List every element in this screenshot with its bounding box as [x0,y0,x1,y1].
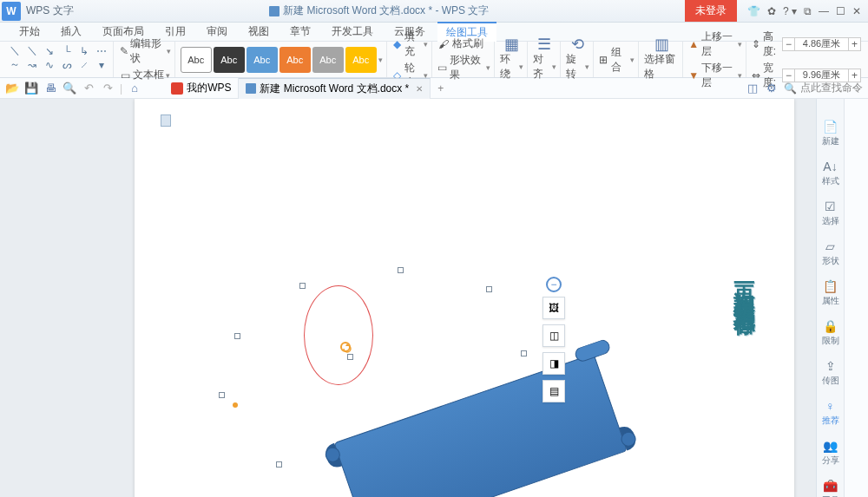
send-back-icon: ▼ [688,69,699,82]
sp-upload[interactable]: ⇪传图 [822,359,839,387]
sp-select[interactable]: ☑选择 [822,199,839,227]
line-tool[interactable]: ＼ [7,47,23,56]
text-box-button[interactable]: ▭文本框▾ [119,68,171,82]
float-shadow-button[interactable]: ◨ [542,352,565,375]
selection-box[interactable] [226,281,538,481]
sp-recommend[interactable]: ♀推荐 [822,399,839,427]
menu-devtools[interactable]: 开发工具 [323,23,382,41]
tab-document[interactable]: 新建 Microsoft Word 文档.docx * ✕ [239,78,431,99]
sp-property[interactable]: 📋属性 [822,279,839,307]
style-4[interactable]: Abc [279,47,311,73]
scribble-tool[interactable]: ᔕ [59,61,75,69]
menu-review[interactable]: 审阅 [198,23,236,41]
sp-share[interactable]: 👥分享 [822,439,839,467]
fill-button[interactable]: ◆填充▾ [392,29,428,59]
height-plus[interactable]: + [848,38,860,50]
style-2[interactable]: Abc [214,47,245,73]
selection-handle[interactable] [234,333,240,339]
command-search[interactable]: 🔍点此查找命令 [784,81,863,95]
group-button[interactable]: ⊞组合▾ [599,45,635,75]
open-icon[interactable]: 📂 [5,82,19,95]
elbow-tool[interactable]: └ [59,47,75,56]
tab-close-icon[interactable]: ✕ [416,84,423,94]
align-button[interactable]: 对齐▾ [533,52,556,82]
sp-tools[interactable]: 🧰工具 [822,479,839,497]
sp-style[interactable]: A↓样式 [822,160,839,187]
preview-icon[interactable]: 🔍 [62,82,76,95]
menu-view[interactable]: 视图 [240,23,278,41]
shape-panel-icon: ▱ [824,239,838,253]
width-plus[interactable]: + [848,69,860,82]
width-minus[interactable]: − [783,69,795,82]
selection-handle[interactable] [276,461,282,468]
width-icon: ⇔ [752,69,760,82]
curve-tool[interactable]: ～ [7,61,23,69]
height-value[interactable]: 4.86厘米 [798,37,845,50]
selection-handle[interactable] [398,267,404,273]
styles-more[interactable]: ▾ [378,56,383,64]
send-backward-button[interactable]: ▼下移一层▾ [688,61,741,90]
elbow-arrow-tool[interactable]: ↳ [76,47,92,56]
height-minus[interactable]: − [783,38,795,50]
login-button[interactable]: 未登录 [685,0,737,22]
qat-tool2[interactable]: ⚙ [765,82,779,95]
edit-shape-button[interactable]: ✎编辑形状▾ [119,36,171,66]
selection-handle[interactable] [219,392,225,398]
menu-section[interactable]: 章节 [281,23,319,41]
document-title: 新建 Microsoft Word 文档.docx * - WPS 文字 [74,3,685,18]
align-icon: ☰ [538,38,550,50]
float-fill-button[interactable]: 🖼 [542,297,565,319]
height-input[interactable]: − 4.86厘米 + [782,37,861,51]
tab-mywps[interactable]: 我的WPS [164,78,239,99]
float-outline-button[interactable]: ◫ [542,324,565,347]
curve-arrow-tool[interactable]: ↝ [24,61,40,69]
collapse-float-button[interactable]: − [546,277,562,292]
wrap-button[interactable]: 环绕▾ [500,52,523,82]
config-icon[interactable]: ✿ [767,5,776,17]
selection-handle[interactable] [486,286,492,292]
share-icon: 👥 [824,439,838,453]
sp-limit[interactable]: 🔒限制 [822,319,839,347]
maximize-icon[interactable]: ☐ [836,5,845,17]
connector-tool[interactable]: ⟋ [76,61,92,69]
skin-icon[interactable]: 👕 [747,5,760,17]
help-icon[interactable]: ? ▾ [783,5,797,17]
minimize-icon[interactable]: — [819,5,829,17]
home-wps-icon[interactable]: ⌂ [128,82,141,95]
format-painter-button[interactable]: 🖌格式刷 [437,36,490,51]
freeform-tool[interactable]: ∿ [42,61,57,69]
save-icon[interactable]: 💾 [24,82,38,95]
bring-forward-button[interactable]: ▲上移一层▾ [688,29,741,59]
print-icon[interactable]: 🖶 [43,82,57,95]
sp-shape[interactable]: ▱形状 [822,239,839,267]
canvas-area[interactable]: − 🖼 ◫ ◨ ▤ 再一次相遇我会紧紧抱着你 [0,99,816,497]
selection-handle[interactable] [299,283,306,289]
restore-icon[interactable]: ⧉ [804,5,812,17]
document-title-text: 新建 Microsoft Word 文档.docx * - WPS 文字 [283,3,489,18]
menu-insert[interactable]: 插入 [52,23,90,41]
redo-icon[interactable]: ↷ [101,82,115,95]
more-lines-tool[interactable]: ⋯ [94,47,109,56]
width-value[interactable]: 9.96厘米 [798,69,845,82]
tab-add-button[interactable]: + [431,82,450,95]
adjustment-handle[interactable] [233,402,238,408]
undo-icon[interactable]: ↶ [82,82,95,95]
style-5[interactable]: Abc [312,47,344,73]
close-icon[interactable]: ✕ [852,5,861,17]
select-pane-button[interactable]: 选择窗格 [644,52,679,82]
shapes-dropdown[interactable]: ▾ [94,61,109,69]
app-name: WPS 文字 [26,3,74,18]
sp-new[interactable]: 📄新建 [822,120,839,147]
annotation-ellipse [304,285,373,385]
qat-tool1[interactable]: ◫ [746,82,760,95]
arrow-tool[interactable]: ↘ [42,47,57,56]
rotate-button[interactable]: 旋转▾ [566,52,589,82]
float-style-button[interactable]: ▤ [542,380,565,402]
style-1[interactable]: Abc [181,47,212,73]
style-3[interactable]: Abc [247,47,278,73]
menu-start[interactable]: 开始 [10,23,49,41]
fill-icon: ◆ [392,38,402,50]
style-6[interactable]: Abc [345,47,377,73]
line2-tool[interactable]: ＼ [24,47,40,56]
selection-handle[interactable] [521,350,527,356]
